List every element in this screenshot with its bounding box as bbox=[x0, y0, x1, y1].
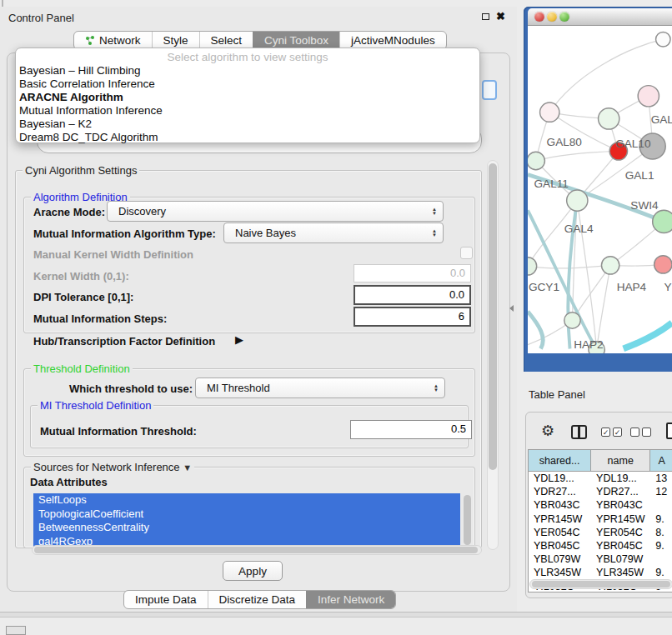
table-cell[interactable]: YLR345W bbox=[591, 566, 650, 579]
dpi-tolerance-field[interactable]: 0.0 bbox=[354, 285, 471, 305]
network-node[interactable] bbox=[654, 256, 672, 273]
network-node[interactable] bbox=[567, 190, 588, 211]
algorithm-item[interactable]: Bayesian – K2 bbox=[16, 118, 479, 131]
manual-kernel-checkbox[interactable] bbox=[460, 247, 473, 259]
focused-combo-fragment[interactable] bbox=[482, 80, 497, 100]
close-window-icon[interactable] bbox=[534, 12, 544, 22]
table-row[interactable]: YPR145WYPR145W9. bbox=[529, 512, 672, 526]
table-cell[interactable]: YBR043C bbox=[591, 498, 650, 512]
settings-scrollbar-track[interactable] bbox=[487, 160, 499, 550]
table-cell[interactable] bbox=[650, 552, 672, 566]
table-cell[interactable]: YBL079W bbox=[591, 552, 650, 566]
kernel-width-field[interactable]: 0.0 bbox=[354, 264, 471, 282]
table-cell[interactable]: YLR345W bbox=[529, 566, 591, 579]
algorithm-item[interactable]: ARACNE Algorithm bbox=[16, 91, 479, 104]
table-row[interactable]: YBR045CYBR045C9. bbox=[529, 539, 672, 552]
zoom-window-icon[interactable] bbox=[559, 12, 569, 22]
data-attributes-list: SelfLoopsTopologicalCoefficientBetweenne… bbox=[33, 493, 460, 548]
tab-network[interactable]: Network bbox=[74, 32, 152, 49]
tab-infer-network[interactable]: Infer Network bbox=[306, 591, 395, 608]
mi-threshold-label: Mutual Information Threshold: bbox=[40, 425, 197, 438]
table-cell[interactable]: YPR145W bbox=[591, 512, 650, 526]
table-cell[interactable]: YER054C bbox=[529, 526, 591, 539]
column-header[interactable]: shared... bbox=[529, 450, 591, 471]
table-cell[interactable]: YBR045C bbox=[591, 539, 650, 552]
network-node[interactable] bbox=[656, 32, 670, 46]
deselect-all-checkboxes-icon[interactable] bbox=[630, 428, 654, 437]
tab-label: Select bbox=[211, 34, 243, 47]
settings-hscrollbar-thumb[interactable] bbox=[34, 547, 478, 553]
aracne-mode-combo[interactable]: Discovery ▲▼ bbox=[107, 201, 444, 222]
table-row[interactable]: YER054CYER054C8. bbox=[529, 526, 672, 539]
table-cell[interactable]: YBL079W bbox=[529, 552, 591, 566]
split-columns-icon[interactable] bbox=[571, 425, 587, 439]
algorithm-item[interactable]: Dream8 DC_TDC Algorithm bbox=[16, 131, 479, 144]
table-cell[interactable]: 9. bbox=[650, 539, 672, 552]
network-node[interactable] bbox=[653, 210, 672, 232]
network-edge bbox=[528, 312, 543, 349]
tab-select[interactable]: Select bbox=[199, 32, 253, 49]
table-cell[interactable]: YBR045C bbox=[529, 539, 591, 552]
table-hscrollbar-track[interactable] bbox=[529, 579, 672, 589]
mi-type-combo[interactable]: Naive Bayes ▲▼ bbox=[223, 222, 444, 243]
table-cell[interactable]: YPR145W bbox=[529, 512, 591, 526]
tab-style[interactable]: Style bbox=[152, 32, 199, 49]
table-cell[interactable] bbox=[650, 498, 672, 512]
close-panel-button[interactable]: ✖ bbox=[496, 12, 505, 22]
apply-button[interactable]: Apply bbox=[223, 561, 283, 581]
network-node[interactable] bbox=[528, 258, 537, 275]
mi-steps-field[interactable]: 6 bbox=[354, 307, 471, 327]
combo-spinner-icon: ▲▼ bbox=[432, 229, 437, 238]
table-row[interactable]: YBR043CYBR043C bbox=[529, 498, 672, 512]
network-node[interactable] bbox=[599, 108, 619, 129]
table-hscrollbar-thumb[interactable] bbox=[532, 581, 670, 588]
new-table-icon[interactable] bbox=[666, 422, 672, 439]
table-cell[interactable]: YDR27... bbox=[529, 485, 591, 498]
network-node[interactable] bbox=[540, 102, 559, 122]
table-row[interactable]: YDL19...YDL19...13 bbox=[529, 472, 672, 485]
table-cell[interactable]: YER054C bbox=[591, 526, 650, 539]
table-cell[interactable]: 9. bbox=[650, 566, 672, 579]
network-canvas[interactable]: GALGAL80GAL10GAL1GAL11SWI4GAL4GCY1HAP4YH… bbox=[528, 26, 672, 353]
splitter-collapse-icon[interactable] bbox=[509, 305, 514, 312]
minimize-window-icon[interactable] bbox=[547, 12, 557, 22]
float-panel-button[interactable] bbox=[482, 13, 489, 20]
tab-discretize-data[interactable]: Discretize Data bbox=[208, 591, 307, 608]
attribute-item[interactable]: TopologicalCoefficient bbox=[33, 508, 460, 522]
table-cell[interactable]: 12 bbox=[650, 485, 672, 498]
table-row[interactable]: YLR345WYLR345W9. bbox=[529, 566, 672, 579]
table-cell[interactable]: YDL19... bbox=[591, 472, 650, 485]
table-cell[interactable]: YDL19... bbox=[529, 472, 591, 485]
table-cell[interactable]: YBR043C bbox=[529, 498, 591, 512]
network-node[interactable] bbox=[638, 86, 659, 107]
network-node[interactable] bbox=[564, 312, 580, 328]
network-node[interactable] bbox=[601, 257, 619, 274]
which-threshold-combo[interactable]: MI Threshold ▲▼ bbox=[195, 378, 445, 398]
table-row[interactable]: YBL079WYBL079W bbox=[529, 552, 672, 566]
cutoff-button-fragment[interactable] bbox=[6, 626, 26, 635]
table-cell[interactable]: YDR27... bbox=[591, 485, 650, 498]
tab-jactivemnodules[interactable]: jActiveMNodules bbox=[339, 32, 446, 49]
gear-icon[interactable]: ⚙ bbox=[541, 423, 554, 438]
table-cell[interactable]: 9. bbox=[650, 512, 672, 526]
column-header[interactable]: name bbox=[591, 450, 650, 471]
tab-impute-data[interactable]: Impute Data bbox=[124, 591, 208, 608]
table-cell[interactable]: 8. bbox=[650, 526, 672, 539]
column-header[interactable]: A bbox=[650, 450, 672, 471]
select-all-checkboxes-icon[interactable]: ✓✓ bbox=[601, 428, 624, 437]
settings-hscrollbar-track[interactable] bbox=[32, 545, 482, 555]
mi-threshold-field[interactable]: 0.5 bbox=[350, 420, 472, 439]
attribute-item[interactable]: BetweennessCentrality bbox=[33, 521, 460, 535]
algorithm-item[interactable]: Mutual Information Inference bbox=[16, 104, 479, 118]
attributes-scrollbar-thumb[interactable] bbox=[464, 495, 471, 545]
tab-cyni-toolbox[interactable]: Cyni Toolbox bbox=[253, 32, 339, 49]
table-row[interactable]: YDR27...YDR27...12 bbox=[529, 485, 672, 498]
hub-expander-arrow-icon[interactable]: ▶ bbox=[235, 333, 243, 346]
algorithm-item[interactable]: Bayesian – Hill Climbing bbox=[16, 64, 479, 78]
algorithm-item[interactable]: Basic Correlation Inference bbox=[16, 78, 479, 91]
table-cell[interactable]: 13 bbox=[650, 472, 672, 485]
settings-scrollbar-thumb[interactable] bbox=[489, 163, 497, 470]
network-node[interactable] bbox=[528, 152, 544, 169]
attribute-item[interactable]: SelfLoops bbox=[33, 493, 460, 508]
collapse-arrow-icon[interactable]: ▼ bbox=[183, 462, 192, 472]
